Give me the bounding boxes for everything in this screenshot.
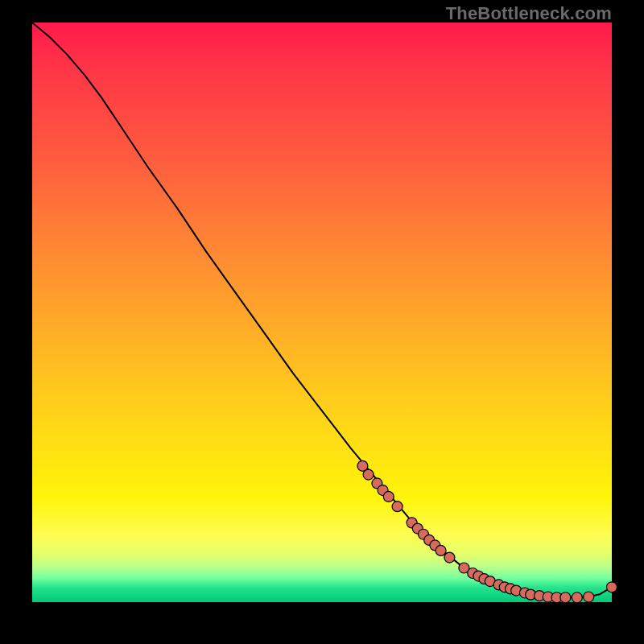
curve-line [32, 23, 612, 597]
chart-frame: TheBottleneck.com [0, 0, 644, 644]
watermark-text: TheBottleneck.com [446, 3, 612, 24]
data-marker [444, 552, 455, 563]
data-marker [383, 491, 394, 502]
data-marker [572, 592, 582, 603]
data-marker [363, 469, 374, 480]
data-marker [560, 592, 571, 603]
chart-svg-layer [32, 23, 612, 602]
data-marker [584, 592, 594, 602]
plot-area [32, 23, 612, 602]
data-marker [392, 502, 402, 512]
data-marker [436, 545, 446, 555]
data-marker [607, 582, 617, 592]
marker-group [357, 460, 617, 602]
